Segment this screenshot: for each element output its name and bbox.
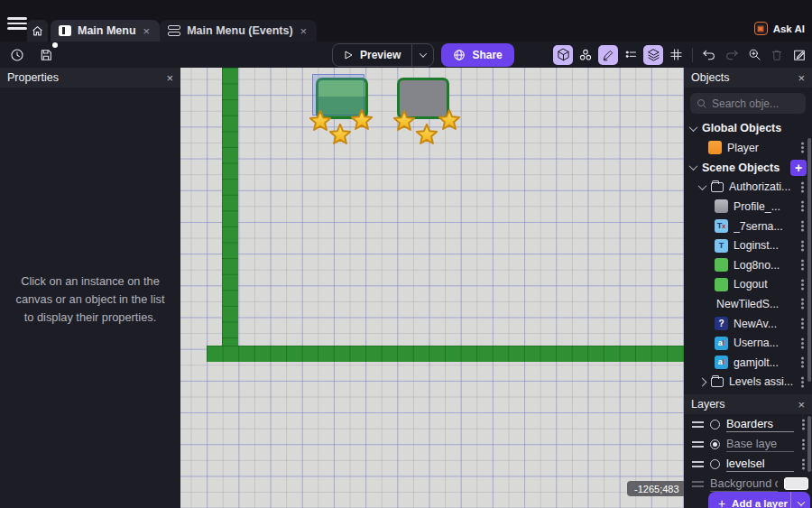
ask-ai-button[interactable]: ▣ Ask AI <box>754 22 805 35</box>
object-item-userna[interactable]: aI Userna... <box>684 333 812 353</box>
redo-icon[interactable] <box>722 45 742 65</box>
scene-canvas[interactable]: -1265;483 <box>180 68 684 508</box>
object-menu-icon[interactable] <box>801 381 804 383</box>
background-color-swatch[interactable] <box>784 477 808 490</box>
object-folder-authorization[interactable]: Authorizati... <box>684 178 812 198</box>
drag-handle-icon[interactable] <box>692 461 704 467</box>
layer-radio-selected[interactable] <box>710 439 720 449</box>
close-tab-icon[interactable]: × <box>300 24 309 38</box>
object-name: Loginst... <box>734 239 794 252</box>
preview-label: Preview <box>360 49 401 61</box>
edit-mode-pencil-icon[interactable] <box>598 45 618 65</box>
trash-icon[interactable] <box>767 45 787 65</box>
object-name: Profile_... <box>734 200 794 213</box>
star-icon[interactable] <box>350 108 374 132</box>
object-item-logout[interactable]: Logout <box>684 275 812 295</box>
section-label: Global Objects <box>702 122 781 134</box>
instance-options-icon[interactable] <box>621 45 641 65</box>
preview-button[interactable]: Preview <box>333 49 411 61</box>
object-menu-icon[interactable] <box>801 205 804 208</box>
object-menu-icon[interactable] <box>801 146 804 149</box>
object-item-profile[interactable]: Profile_... <box>684 197 812 217</box>
object-item-loginst[interactable]: T Loginst... <box>684 236 812 255</box>
undo-icon[interactable] <box>699 45 719 65</box>
close-icon[interactable]: × <box>798 71 805 85</box>
add-layer-dropdown[interactable] <box>790 492 810 508</box>
save-icon[interactable] <box>36 45 56 65</box>
object-name: Userna... <box>734 337 794 349</box>
layer-menu-icon[interactable] <box>802 463 805 466</box>
object-menu-icon[interactable] <box>801 225 804 227</box>
share-button[interactable]: Share <box>441 43 513 67</box>
layer-name-field[interactable]: Background c <box>710 476 778 492</box>
3d-view-icon[interactable] <box>553 45 573 65</box>
star-icon[interactable] <box>415 123 438 146</box>
add-object-button[interactable]: + <box>790 160 807 176</box>
star-icon[interactable] <box>438 108 461 132</box>
preview-dropdown-button[interactable] <box>411 43 433 67</box>
chevron-down-icon <box>420 50 427 57</box>
layer-name-field[interactable]: levelsel <box>726 457 794 472</box>
object-menu-icon[interactable] <box>801 342 804 345</box>
instances-icon[interactable] <box>576 45 595 65</box>
layer-row-background-color[interactable]: Background c <box>684 474 812 494</box>
drag-handle-icon[interactable] <box>692 441 704 448</box>
star-icon[interactable] <box>328 123 352 146</box>
tab-main-menu-events[interactable]: Main Menu (Events) × <box>160 20 317 42</box>
tab-strip: Main Menu × Main Menu (Events) × <box>51 20 317 42</box>
object-item-gamjolt[interactable]: aI gamjolt... <box>684 353 812 373</box>
layer-row-levelsel[interactable]: levelsel <box>684 454 812 474</box>
layer-radio[interactable] <box>710 420 720 429</box>
close-icon[interactable]: × <box>166 71 173 85</box>
home-tab[interactable] <box>27 20 48 42</box>
layer-radio[interactable] <box>710 459 720 469</box>
layers-panel-icon[interactable] <box>643 45 663 65</box>
editor-toolbar: Preview Share <box>0 42 812 68</box>
layer-menu-icon[interactable] <box>802 423 805 426</box>
layers-scrollbar[interactable] <box>807 416 811 472</box>
objects-scrollbar[interactable] <box>807 138 811 382</box>
layer-menu-icon[interactable] <box>802 443 805 446</box>
object-menu-icon[interactable] <box>801 283 804 286</box>
object-item-newtileds[interactable]: NewTiledS... <box>684 294 812 314</box>
object-menu-icon[interactable] <box>801 322 804 325</box>
layer-name-field[interactable]: Boarders <box>726 417 794 432</box>
green-tile-row[interactable] <box>207 346 684 362</box>
object-folder-levels[interactable]: Levels assi... <box>684 373 812 393</box>
layer-row-base-layer[interactable]: Base laye <box>684 434 812 454</box>
grid-icon[interactable] <box>666 45 686 65</box>
add-layer-button[interactable]: + Add a layer <box>708 492 810 508</box>
object-menu-icon[interactable] <box>801 245 804 247</box>
tab-main-menu[interactable]: Main Menu × <box>51 20 160 42</box>
scene-objects-section-header[interactable]: Scene Objects + <box>684 158 812 178</box>
layer-row-boarders[interactable]: Boarders <box>684 414 812 434</box>
object-menu-icon[interactable] <box>801 186 804 189</box>
object-item-player[interactable]: Player <box>684 138 812 158</box>
layer-name-field[interactable]: Base laye <box>726 437 794 452</box>
object-menu-icon[interactable] <box>801 361 804 364</box>
object-name: Player <box>727 142 794 154</box>
object-search-box[interactable] <box>690 93 806 114</box>
object-item-newav[interactable]: ? NewAv... <box>684 314 812 334</box>
close-tab-icon[interactable]: × <box>143 24 152 38</box>
preview-split-button[interactable]: Preview <box>332 43 434 67</box>
zoom-icon[interactable] <box>744 45 764 65</box>
green-tile-column[interactable] <box>222 68 238 346</box>
ask-ai-label: Ask AI <box>773 23 805 34</box>
unsaved-indicator-dot <box>52 42 58 48</box>
search-input[interactable] <box>712 97 799 110</box>
layers-panel: Layers × Boarders Base laye levelsel Bac… <box>684 394 812 508</box>
history-icon[interactable] <box>7 45 27 65</box>
close-icon[interactable]: × <box>798 398 805 411</box>
rename-edit-icon[interactable] <box>789 45 809 65</box>
global-objects-section-header[interactable]: Global Objects <box>684 118 812 138</box>
object-menu-icon[interactable] <box>801 302 804 305</box>
drag-handle-icon[interactable] <box>692 421 704 428</box>
object-item-7serna[interactable]: Tx _7serna... <box>684 217 812 236</box>
object-name: Logout <box>734 278 794 291</box>
object-item-log8no[interactable]: Log8no... <box>684 255 812 275</box>
globe-icon <box>453 49 466 61</box>
object-menu-icon[interactable] <box>801 263 804 266</box>
hamburger-menu-icon[interactable] <box>7 17 27 30</box>
star-icon[interactable] <box>392 109 416 133</box>
